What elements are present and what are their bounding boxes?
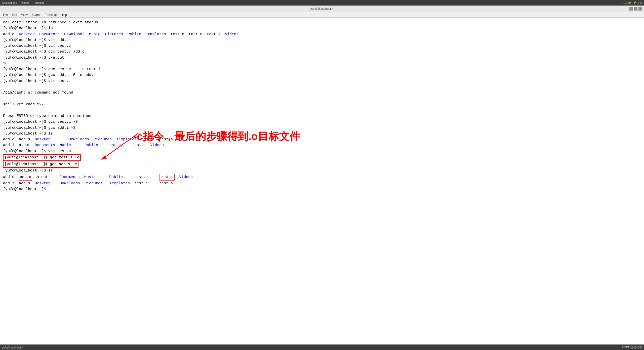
terminal-menu[interactable]: Terminal bbox=[33, 1, 44, 4]
system-icons: ⚡ ↕ ✕ bbox=[633, 1, 642, 5]
close-button[interactable]: ✕ bbox=[638, 7, 642, 11]
line-gcc-e-add: [yufc@localhost ~]$ gcc add.c -E -o add.… bbox=[3, 72, 641, 78]
line-vim-add: [yufc@localhost ~]$ vim add.c bbox=[3, 37, 641, 43]
window-controls: _ □ ✕ bbox=[629, 7, 642, 11]
maximize-button[interactable]: □ bbox=[634, 7, 637, 11]
menu-bar: File Edit View Search Terminal Help bbox=[0, 12, 644, 18]
line-gcc-compile: [yufc@localhost ~]$ gcc test.c add.c bbox=[3, 49, 641, 55]
menu-terminal[interactable]: Terminal bbox=[43, 13, 59, 17]
window-title: yufc@localhost:~ bbox=[310, 7, 334, 11]
terminal-content[interactable]: collect2: error: ld returned 1 exit stat… bbox=[0, 18, 644, 344]
status-left: yufc@localhost:~ bbox=[2, 346, 23, 349]
line-output-30: 30 bbox=[3, 61, 641, 66]
line-error: collect2: error: ld returned 1 exit stat… bbox=[3, 20, 641, 25]
line-blank3 bbox=[3, 107, 641, 113]
places-menu[interactable]: Places bbox=[21, 1, 29, 4]
line-run-aout: [yufc@localhost ~]$ ./a.out bbox=[3, 55, 641, 61]
line-gcc-c-tests: [yufc@localhost ~]$ gcc test.s -c bbox=[3, 154, 641, 161]
line-vim-test: [yufc@localhost ~]$ vim test.c bbox=[3, 43, 641, 49]
menu-view[interactable]: View bbox=[19, 13, 30, 17]
system-bar: Applications Places Terminal Fri 01:39 ⚡… bbox=[0, 0, 644, 6]
system-bar-right: Fri 01:39 ⚡ ↕ ✕ bbox=[620, 1, 642, 5]
line-prompt-final: [yufc@localhost ~]$ bbox=[3, 186, 641, 192]
line-vim-tests: [yufc@localhost ~]$ vim test.s bbox=[3, 148, 641, 154]
terminal-window: yufc@localhost:~ _ □ ✕ File Edit View Se… bbox=[0, 6, 644, 350]
line-gcc-c-adds: [yufc@localhost ~]$ gcc add.s -c bbox=[3, 161, 641, 168]
line-ls3: [yufc@localhost ~]$ ls bbox=[3, 168, 641, 173]
status-right: CSDN @终结者 bbox=[622, 345, 642, 349]
menu-edit[interactable]: Edit bbox=[10, 13, 19, 17]
minimize-button[interactable]: _ bbox=[629, 7, 633, 11]
status-bar: yufc@localhost:~ CSDN @终结者 bbox=[0, 344, 644, 350]
line-shell-returned: shell returned 127 bbox=[3, 102, 641, 107]
line-gcc-s-addi: [yufc@localhost ~]$ gcc add.i -S bbox=[3, 125, 641, 131]
line-vim-testi: [yufc@localhost ~]$ vim test.i bbox=[3, 78, 641, 84]
menu-help[interactable]: Help bbox=[59, 13, 69, 17]
line-bash-error: /bin/bash: q: command not found bbox=[3, 90, 641, 96]
line-ls-cmd: [yufc@localhost ~]$ ls bbox=[3, 25, 641, 31]
line-ls-output2b: add.i a.out Documents Music Public test.… bbox=[3, 142, 641, 148]
line-press-enter: Press ENTER or type command to continue bbox=[3, 113, 641, 119]
menu-file[interactable]: File bbox=[1, 13, 10, 17]
line-ls-output2a: add.c add.s Desktop Downloads Pictures T… bbox=[3, 137, 641, 142]
system-bar-left: Applications Places Terminal bbox=[2, 1, 44, 4]
title-bar: yufc@localhost:~ _ □ ✕ bbox=[0, 6, 644, 12]
line-blank1 bbox=[3, 84, 641, 90]
line-ls-output3b: add.i add.s Desktop Downloads Pictures T… bbox=[3, 181, 641, 186]
line-blank2 bbox=[3, 96, 641, 101]
line-ls-output1: add.c Desktop Documents Downloads Music … bbox=[3, 31, 641, 37]
menu-search[interactable]: Search bbox=[30, 13, 43, 17]
line-gcc-e-test: [yufc@localhost ~]$ gcc test.c -E -o tes… bbox=[3, 66, 641, 72]
line-ls2: [yufc@localhost ~]$ ls bbox=[3, 131, 641, 137]
line-ls-output3a: add.c add.o a.out Documents Music Public… bbox=[3, 174, 641, 181]
line-gcc-s-testi: [yufc@localhost ~]$ gcc test.i -S bbox=[3, 119, 641, 125]
apps-menu[interactable]: Applications bbox=[2, 1, 17, 4]
system-time: Fri 01:39 bbox=[620, 1, 631, 4]
